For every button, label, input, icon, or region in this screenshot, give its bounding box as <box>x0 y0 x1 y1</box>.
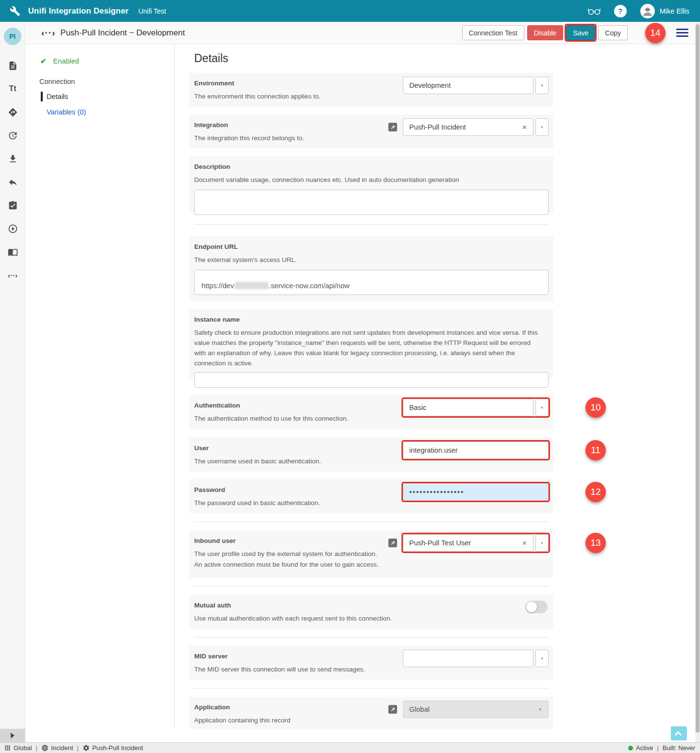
endpoint-url-input[interactable]: https://dev.service-now.com/api/now <box>194 270 549 295</box>
integration-input[interactable]: Push-Pull Incident ✕ <box>403 118 533 136</box>
inbound-user-dropdown-icon[interactable]: ▼ <box>535 534 549 552</box>
field-application: Application Application containing this … <box>189 697 553 729</box>
code-icon[interactable]: ‹··› <box>0 263 25 287</box>
sidebar-collapse-button[interactable] <box>0 729 25 742</box>
top-app-bar: Unifi Integration Designer Unifi Test ? … <box>0 0 700 22</box>
record-title: Push-Pull Incident ~ Development <box>60 28 185 38</box>
scope-item[interactable]: Global <box>4 744 32 752</box>
book-icon[interactable] <box>0 240 25 263</box>
reply-icon[interactable] <box>0 170 25 194</box>
mutual-auth-help: Use mutual authentication with each requ… <box>194 613 544 623</box>
password-highlight: •••••••••••••••• 12 <box>403 483 549 501</box>
integration-dropdown-icon[interactable]: ▼ <box>535 118 549 136</box>
scrollbar-thumb[interactable] <box>696 24 700 733</box>
workspace-name: Unifi Test <box>138 7 166 15</box>
vertical-scrollbar[interactable] <box>695 22 700 742</box>
step-badge-12: 12 <box>585 482 606 502</box>
section-divider <box>194 522 549 522</box>
text-format-icon[interactable]: Tt <box>0 77 25 100</box>
application-reference-icon[interactable]: ↗ <box>388 705 397 714</box>
directions-icon[interactable] <box>0 100 25 124</box>
integration-item[interactable]: Push-Pull Incident <box>83 744 143 752</box>
inbound-user-help-2: An active connection must be found for t… <box>194 559 544 570</box>
save-button-highlight: Save <box>566 25 595 40</box>
nav-item-variables[interactable]: Variables (0) <box>47 108 174 116</box>
chevron-up-icon <box>674 731 681 738</box>
inbound-user-input[interactable]: Push-Pull Test User ✕ <box>403 534 533 552</box>
mutual-auth-label: Mutual auth <box>194 595 549 609</box>
integration-reference-icon[interactable]: ↗ <box>388 123 397 131</box>
document-icon[interactable] <box>0 54 25 77</box>
authentication-dropdown-icon[interactable]: ▼ <box>535 399 549 416</box>
play-icon[interactable] <box>0 217 25 240</box>
step-badge-10: 10 <box>585 397 606 418</box>
expand-icon <box>11 733 15 738</box>
description-textarea[interactable] <box>194 190 549 215</box>
section-divider <box>194 224 549 225</box>
field-endpoint-url: Endpoint URL The external system's acces… <box>189 236 553 301</box>
download-icon[interactable] <box>0 147 25 170</box>
status-bar: Global | Incident | Push-Pull Incident A… <box>0 742 700 753</box>
active-status-label: Active <box>636 744 653 752</box>
glasses-icon[interactable] <box>588 7 600 16</box>
connection-test-button[interactable]: Connection Test <box>462 25 524 40</box>
environment-dropdown-icon[interactable]: ▼ <box>535 77 549 94</box>
table-item[interactable]: Incident <box>41 744 73 752</box>
field-description: Description Document variable usage, con… <box>189 156 553 213</box>
scroll-to-top-button[interactable] <box>671 726 687 740</box>
menu-icon[interactable] <box>676 27 688 39</box>
person-icon <box>641 5 654 17</box>
toggle-knob <box>526 602 537 612</box>
environment-select[interactable]: Development <box>403 77 533 94</box>
separator: | <box>77 744 79 752</box>
instance-name-label: Instance name <box>194 309 549 323</box>
save-button[interactable]: Save <box>566 25 595 40</box>
mid-server-select[interactable] <box>403 650 533 667</box>
endpoint-url-label: Endpoint URL <box>194 236 549 250</box>
enabled-status: ✔ Enabled <box>40 57 174 65</box>
built-label: Built: Never <box>663 744 695 752</box>
field-instance-name: Instance name Safety check to ensure pro… <box>189 309 553 378</box>
inbound-user-reference-icon[interactable]: ↗ <box>388 539 397 547</box>
authentication-select[interactable]: Basic <box>403 399 533 416</box>
enabled-label: Enabled <box>53 57 79 65</box>
nav-item-details[interactable]: Details <box>41 92 174 101</box>
field-authentication: Authentication The authentication method… <box>189 395 553 430</box>
step-badge-13: 13 <box>585 533 606 553</box>
authentication-highlight: Basic ▼ 10 <box>403 399 549 416</box>
history-icon[interactable] <box>0 124 25 147</box>
help-icon[interactable]: ? <box>614 5 627 17</box>
gear-icon <box>83 744 90 752</box>
inbound-user-clear-icon[interactable]: ✕ <box>522 540 527 547</box>
description-help: Document variable usage, connection nuan… <box>194 175 544 185</box>
copy-button[interactable]: Copy <box>598 25 628 40</box>
integration-clear-icon[interactable]: ✕ <box>522 124 527 131</box>
mid-server-dropdown-icon[interactable]: ▼ <box>535 650 549 667</box>
step-badge-11: 11 <box>585 440 606 460</box>
disable-button[interactable]: Disable <box>527 25 564 40</box>
application-dropdown-icon: ▼ <box>538 707 542 712</box>
user-name[interactable]: Mike Ellis <box>660 7 689 15</box>
field-password: Password The password used in basic auth… <box>189 479 553 513</box>
app-title: Unifi Integration Designer <box>28 6 129 16</box>
details-form: Details Environment The environment this… <box>175 44 695 729</box>
separator: | <box>657 744 658 752</box>
apps-icon <box>4 744 11 752</box>
tasks-icon[interactable] <box>0 194 25 217</box>
password-input[interactable]: •••••••••••••••• <box>403 483 549 501</box>
user-input[interactable]: integration.user <box>403 442 549 459</box>
scope-label: Global <box>14 744 32 752</box>
instance-name-input[interactable] <box>194 372 549 388</box>
instance-name-help: Safety check to ensure production integr… <box>194 327 544 368</box>
application-select-disabled: Global ▼ <box>403 701 549 718</box>
field-mid-server: MID server The MID server this connectio… <box>189 646 553 680</box>
table-label: Incident <box>51 744 73 752</box>
integration-avatar[interactable]: PI <box>4 28 21 45</box>
description-label: Description <box>194 156 549 170</box>
record-nav: ✔ Enabled Connection Details Variables (… <box>25 44 175 729</box>
inbound-user-highlight: Push-Pull Test User ✕ ▼ 13 <box>403 534 549 552</box>
page: Unifi Integration Designer Unifi Test ? … <box>0 0 700 753</box>
user-avatar[interactable] <box>640 4 655 18</box>
mutual-auth-toggle[interactable] <box>525 601 548 613</box>
active-indicator <box>41 92 43 101</box>
